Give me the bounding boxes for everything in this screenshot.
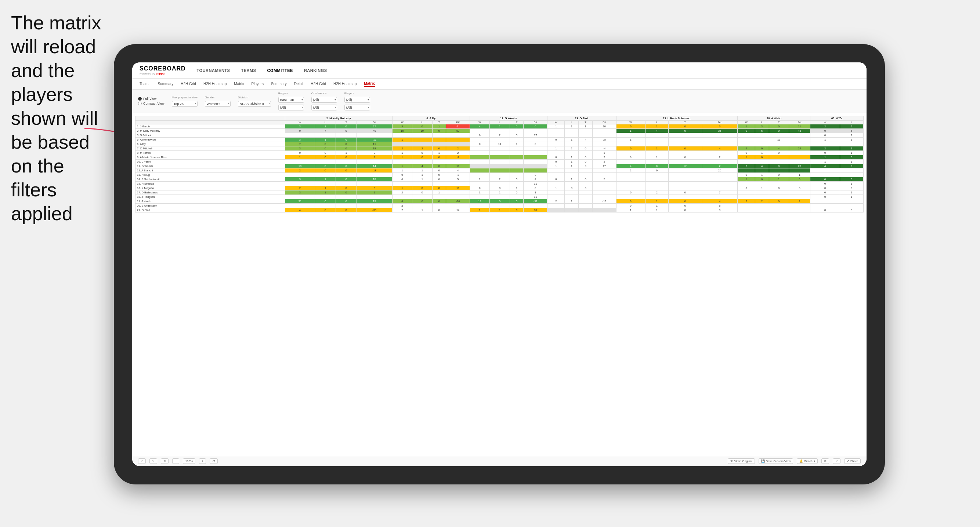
view-original-button[interactable]: 👁 View: Original (728, 459, 755, 464)
timer-button[interactable]: ⏱ (210, 459, 218, 464)
save-custom-button[interactable]: 💾 Save Custom View (759, 459, 793, 464)
cell: 2 (738, 164, 755, 168)
cell: 0 (579, 146, 593, 151)
cell (755, 133, 769, 138)
nav-committee[interactable]: COMMITTEE (267, 68, 293, 73)
conference-sub-select[interactable]: (All) (311, 105, 337, 111)
cell: 1 (565, 164, 579, 168)
cell: 4 (769, 146, 789, 151)
full-view-radio[interactable] (138, 97, 142, 100)
tab-players[interactable]: Players (251, 81, 264, 87)
cell (668, 160, 702, 164)
gender-select-wrapper[interactable]: Women's Men's (205, 100, 231, 107)
cell (593, 186, 616, 190)
undo-button[interactable]: ↩ (138, 459, 146, 464)
share-button[interactable]: ↗ Share (844, 459, 861, 464)
region-sub-select-wrapper[interactable]: (All) (278, 103, 304, 111)
cell: 0 (738, 173, 755, 177)
cell: -11 (356, 138, 392, 142)
cell: 0 (336, 199, 356, 204)
nav-teams[interactable]: TEAMS (241, 68, 256, 73)
cell (738, 190, 755, 195)
cell: 1 (565, 155, 579, 160)
cell (565, 182, 579, 186)
cell (285, 182, 315, 186)
players-sub-select-wrapper[interactable]: (All) (344, 103, 370, 111)
cell (469, 173, 490, 177)
cell: 1 (565, 160, 579, 164)
compact-view-option[interactable]: Compact View (138, 102, 164, 105)
conference-select[interactable]: (All) (311, 97, 337, 103)
tab-matrix[interactable]: Matrix (234, 81, 244, 87)
cell: 50 (446, 129, 470, 133)
cell (769, 155, 789, 160)
tab-matrix2[interactable]: Matrix (364, 81, 374, 87)
tab-h2h-heatmap[interactable]: H2H Heatmap (204, 81, 227, 87)
sh-l5: L (645, 121, 668, 124)
cell (579, 204, 593, 208)
cell (547, 133, 565, 138)
cell: 0 (510, 124, 523, 129)
matrix-table: 2. M Kelly Mulcahy 6. A Dy 11. G Woods 2… (135, 116, 864, 213)
tab-h2h-grid[interactable]: H2H Grid (181, 81, 196, 87)
cell: -11 (446, 124, 470, 129)
cell: 0 (336, 155, 356, 160)
cell: 11 (523, 195, 547, 199)
options-button[interactable]: ⚙ (821, 459, 829, 464)
toolbar-left: ↩ ↪ ↻ − 100% + ⏱ (138, 459, 218, 464)
players-select-wrapper[interactable]: (All) (344, 96, 370, 103)
tab-summary2[interactable]: Summary (271, 81, 287, 87)
division-select-wrapper[interactable]: NCAA Division II NCAA Division I NCAA Di… (238, 100, 271, 107)
matrix-content[interactable]: 2. M Kelly Mulcahy 6. A Dy 11. G Woods 2… (132, 113, 867, 456)
region-select-wrapper[interactable]: East - DII West - DII (278, 96, 304, 103)
cell (769, 182, 789, 186)
watch-button[interactable]: 🔔 Watch ▾ (797, 459, 817, 464)
cell: 14 (356, 164, 392, 168)
cell: 1 (432, 190, 446, 195)
cell: 1 (738, 155, 755, 160)
cell (593, 190, 616, 195)
player-name: 3. S Jelinek (135, 133, 285, 138)
tab-h2h-grid2[interactable]: H2H Grid (311, 81, 326, 87)
redo-button[interactable]: ↪ (150, 459, 157, 464)
division-select[interactable]: NCAA Division II NCAA Division I NCAA Di… (238, 101, 271, 107)
tab-h2h-heatmap2[interactable]: H2H Heatmap (333, 81, 356, 87)
players-sub-select[interactable]: (All) (344, 105, 370, 111)
cell (432, 142, 446, 146)
expand-button[interactable]: ⤢ (833, 459, 840, 464)
compact-view-radio[interactable] (138, 102, 142, 105)
max-players-select-wrapper[interactable]: Top 25 Top 50 All (172, 100, 197, 107)
zoom-out-button[interactable]: − (172, 459, 179, 464)
cell (412, 160, 432, 164)
cell (702, 186, 738, 190)
region-sub-select[interactable]: (All) (278, 105, 304, 111)
gender-select[interactable]: Women's Men's (205, 101, 231, 107)
max-players-select[interactable]: Top 25 Top 50 All (172, 101, 197, 107)
table-row: 10. L Perini 0 1 (135, 160, 864, 164)
region-select[interactable]: East - DII West - DII (278, 97, 304, 103)
cell (565, 204, 579, 208)
cell: 0 (616, 124, 645, 129)
tab-summary[interactable]: Summary (158, 81, 173, 87)
cell (593, 195, 616, 199)
refresh-button[interactable]: ↻ (161, 459, 169, 464)
conference-select-wrapper[interactable]: (All) (311, 96, 337, 103)
nav-rankings[interactable]: RANKINGS (304, 68, 327, 73)
cell (432, 182, 446, 186)
tab-detail[interactable]: Detail (294, 81, 304, 87)
cell (565, 190, 579, 195)
nav-items: TOURNAMENTS TEAMS COMMITTEE RANKINGS (197, 68, 327, 73)
cell (769, 208, 789, 213)
conference-sub-select-wrapper[interactable]: (All) (311, 103, 337, 111)
full-view-option[interactable]: Full View (138, 97, 164, 100)
tab-teams[interactable]: Teams (140, 81, 150, 87)
cell (392, 182, 412, 186)
zoom-in-button[interactable]: + (199, 459, 206, 464)
cell (336, 173, 356, 177)
cell (579, 199, 593, 204)
players-select[interactable]: (All) (344, 97, 370, 103)
cell (789, 151, 810, 155)
gender-label: Gender (205, 96, 231, 99)
nav-tournaments[interactable]: TOURNAMENTS (197, 68, 230, 73)
cell (810, 168, 840, 173)
